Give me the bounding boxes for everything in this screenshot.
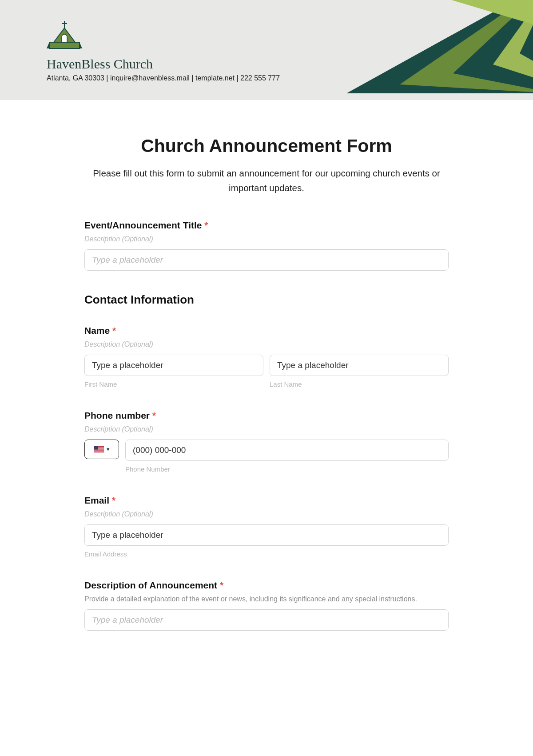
first-name-sublabel: First Name <box>84 380 263 388</box>
description-label-text: Description of Announcement <box>84 580 220 590</box>
svg-rect-20 <box>94 446 98 450</box>
name-field: Name * Description (Optional) First Name… <box>84 325 449 388</box>
required-mark: * <box>112 495 115 505</box>
chevron-down-icon: ▾ <box>107 446 110 452</box>
description-label: Description of Announcement * <box>84 580 449 591</box>
form-container: Church Announcement Form Please fill out… <box>84 100 449 653</box>
svg-marker-3 <box>493 0 533 84</box>
country-code-selector[interactable]: ▾ <box>84 440 119 459</box>
email-desc: Description (Optional) <box>84 510 449 518</box>
phone-desc: Description (Optional) <box>84 425 449 433</box>
church-name: HavenBless Church <box>47 56 280 72</box>
decorative-rays <box>244 0 533 100</box>
church-logo <box>47 20 280 53</box>
page-header: HavenBless Church Atlanta, GA 30303 | in… <box>0 0 533 100</box>
form-subtitle: Please fill out this form to submit an a… <box>84 166 449 196</box>
svg-rect-19 <box>94 451 104 452</box>
description-field: Description of Announcement * Provide a … <box>84 580 449 631</box>
name-label: Name * <box>84 325 449 336</box>
svg-marker-1 <box>400 0 533 93</box>
last-name-input[interactable] <box>270 355 449 376</box>
svg-marker-2 <box>453 0 533 93</box>
flag-us-icon <box>94 446 104 452</box>
required-mark: * <box>204 220 208 230</box>
email-sublabel: Email Address <box>84 550 449 558</box>
phone-label-text: Phone number <box>84 410 152 420</box>
svg-marker-4 <box>520 0 533 73</box>
event-title-desc: Description (Optional) <box>84 235 449 243</box>
svg-marker-0 <box>346 0 533 93</box>
svg-rect-10 <box>49 42 80 48</box>
email-label: Email * <box>84 495 449 506</box>
required-mark: * <box>220 580 223 590</box>
event-title-field: Event/Announcement Title * Description (… <box>84 220 449 271</box>
event-title-label-text: Event/Announcement Title <box>84 220 204 230</box>
email-field: Email * Description (Optional) Email Add… <box>84 495 449 558</box>
name-desc: Description (Optional) <box>84 340 449 348</box>
church-contact-line: Atlanta, GA 30303 | inquire@havenbless.m… <box>47 74 280 82</box>
email-input[interactable] <box>84 524 449 546</box>
first-name-input[interactable] <box>84 355 263 376</box>
event-title-input[interactable] <box>84 249 449 271</box>
last-name-sublabel: Last Name <box>270 380 449 388</box>
phone-number-input[interactable] <box>125 440 449 461</box>
phone-field: Phone number * Description (Optional) <box>84 410 449 473</box>
email-label-text: Email <box>84 495 112 505</box>
form-title: Church Announcement Form <box>84 136 449 156</box>
svg-rect-17 <box>94 449 104 450</box>
header-content: HavenBless Church Atlanta, GA 30303 | in… <box>47 20 280 82</box>
phone-label: Phone number * <box>84 410 449 421</box>
description-desc: Provide a detailed explanation of the ev… <box>84 595 449 603</box>
required-mark: * <box>152 410 156 420</box>
name-label-text: Name <box>84 325 112 336</box>
contact-info-heading: Contact Information <box>84 293 449 307</box>
svg-marker-12 <box>80 42 82 48</box>
phone-sublabel: Phone Number <box>125 465 449 473</box>
description-input[interactable] <box>84 609 449 631</box>
svg-rect-18 <box>94 450 104 451</box>
required-mark: * <box>112 325 116 336</box>
svg-marker-6 <box>378 0 533 31</box>
event-title-label: Event/Announcement Title * <box>84 220 449 231</box>
